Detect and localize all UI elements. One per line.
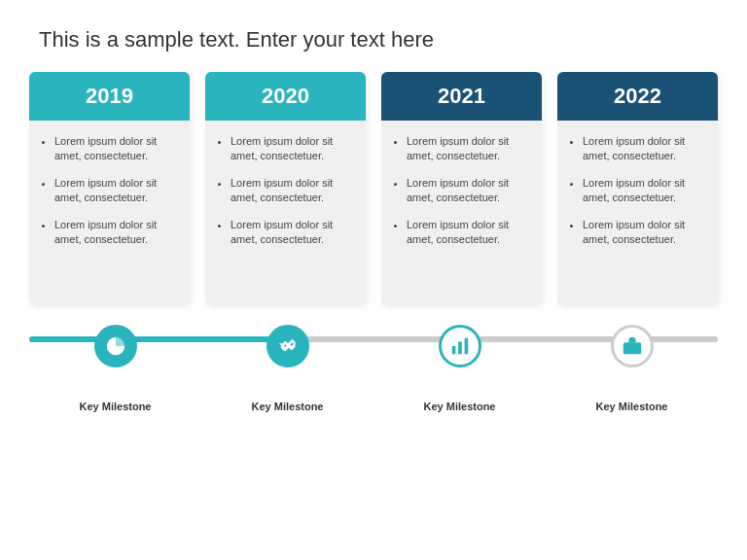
card-body-2020: Lorem ipsum dolor sit amet, consectetuer… <box>205 121 366 272</box>
card-2022: 2022 Lorem ipsum dolor sit amet, consect… <box>557 72 718 305</box>
card-2020: 2020 Lorem ipsum dolor sit amet, consect… <box>205 72 366 305</box>
milestone-circle-2 <box>267 325 309 368</box>
svg-rect-3 <box>622 342 640 354</box>
card-body-2021: Lorem ipsum dolor sit amet, consectetuer… <box>381 121 542 272</box>
briefcase-icon <box>622 335 643 357</box>
list-item: Lorem ipsum dolor sit amet, consectetuer… <box>407 176 528 206</box>
milestone-label-3: Key Milestone <box>424 401 496 412</box>
milestone-3: Key Milestone <box>374 325 546 412</box>
milestone-2: Key Milestone <box>201 325 374 412</box>
card-header-2019: 2019 <box>29 72 190 121</box>
svg-rect-1 <box>458 341 462 354</box>
list-item: Lorem ipsum dolor sit amet, consectetuer… <box>583 176 704 206</box>
milestone-circle-1 <box>94 325 137 368</box>
pie-chart-icon <box>105 335 126 357</box>
list-item: Lorem ipsum dolor sit amet, consectetuer… <box>583 218 704 248</box>
card-header-2021: 2021 <box>381 72 542 121</box>
cards-row: 2019 Lorem ipsum dolor sit amet, consect… <box>29 72 718 305</box>
svg-rect-0 <box>451 346 455 354</box>
page-title: This is a sample text. Enter your text h… <box>0 0 747 62</box>
handshake-icon <box>277 335 299 357</box>
milestone-1: Key Milestone <box>29 325 201 412</box>
list-item: Lorem ipsum dolor sit amet, consectetuer… <box>407 218 528 248</box>
milestone-circle-3 <box>439 325 481 368</box>
card-2021: 2021 Lorem ipsum dolor sit amet, consect… <box>381 72 542 305</box>
bar-chart-icon <box>449 335 471 357</box>
list-item: Lorem ipsum dolor sit amet, consectetuer… <box>231 176 352 206</box>
milestones-row: Key Milestone Key Milestone <box>29 325 718 412</box>
list-item: Lorem ipsum dolor sit amet, consectetuer… <box>54 176 176 206</box>
milestone-4: Key Milestone <box>546 325 718 412</box>
list-item: Lorem ipsum dolor sit amet, consectetuer… <box>407 134 528 164</box>
list-item: Lorem ipsum dolor sit amet, consectetuer… <box>583 134 704 164</box>
list-item: Lorem ipsum dolor sit amet, consectetuer… <box>231 218 352 248</box>
milestone-label-4: Key Milestone <box>596 401 668 412</box>
card-body-2019: Lorem ipsum dolor sit amet, consectetuer… <box>29 121 190 272</box>
list-item: Lorem ipsum dolor sit amet, consectetuer… <box>54 218 176 248</box>
svg-rect-2 <box>464 338 468 355</box>
milestone-circle-4 <box>611 325 654 368</box>
card-header-2020: 2020 <box>205 72 366 121</box>
card-body-2022: Lorem ipsum dolor sit amet, consectetuer… <box>557 121 718 272</box>
content-area: 2019 Lorem ipsum dolor sit amet, consect… <box>0 62 747 412</box>
milestone-label-1: Key Milestone <box>80 401 152 412</box>
timeline-section: Key Milestone Key Milestone <box>29 315 718 412</box>
list-item: Lorem ipsum dolor sit amet, consectetuer… <box>54 134 176 164</box>
card-header-2022: 2022 <box>557 72 718 121</box>
milestone-label-2: Key Milestone <box>252 401 324 412</box>
list-item: Lorem ipsum dolor sit amet, consectetuer… <box>231 134 352 164</box>
card-2019: 2019 Lorem ipsum dolor sit amet, consect… <box>29 72 190 305</box>
